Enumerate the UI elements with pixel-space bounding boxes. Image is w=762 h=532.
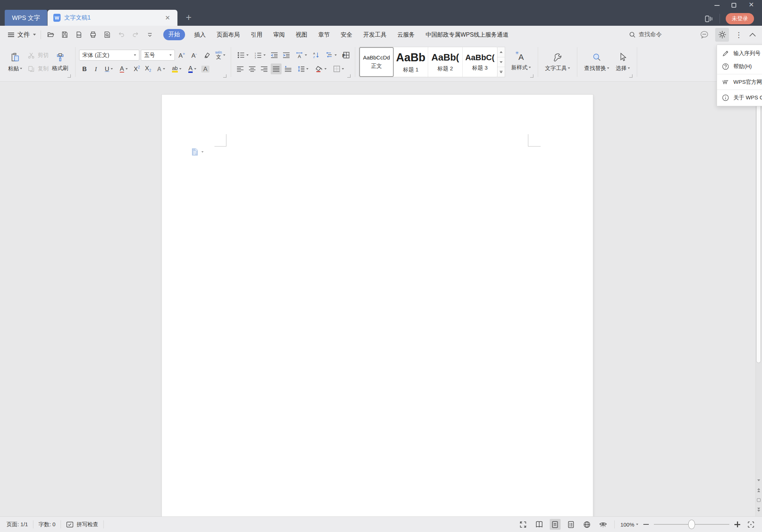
font-family-select[interactable]: 宋体 (正文) [79,50,139,61]
zoom-level-select[interactable]: 100% [620,521,638,528]
document-tab[interactable]: W 文字文稿1 ✕ [48,10,177,26]
customize-toolbar-button[interactable] [145,30,155,40]
underline-button[interactable]: U [102,63,116,74]
clear-format-button[interactable] [201,50,212,61]
sort-button[interactable]: A Z [311,50,321,61]
tab-home[interactable]: 开始 [163,29,185,40]
status-page-info[interactable]: 页面: 1/1 [7,521,28,528]
style-normal[interactable]: AaBbCcDd 正文 [359,47,394,77]
distribute-button[interactable] [283,63,294,74]
highlight-color-button[interactable]: ab [169,63,185,74]
style-heading1[interactable]: AaBb 标题 1 [394,47,428,77]
character-shading-button[interactable]: A [200,63,211,74]
shading-button[interactable] [312,63,329,74]
increase-indent-button[interactable] [281,50,292,61]
style-heading3[interactable]: AaBbC( 标题 3 [463,47,497,77]
zoom-slider-handle[interactable] [688,520,695,529]
web-view-button[interactable] [582,519,593,530]
align-center-button[interactable] [247,63,258,74]
tab-page-layout[interactable]: 页面布局 [211,29,245,40]
numbered-list-button[interactable]: 1 2 3 [252,50,268,61]
page[interactable] [162,95,593,516]
tab-developer[interactable]: 开发工具 [358,29,392,40]
tab-references[interactable]: 引用 [245,29,268,40]
decrease-indent-button[interactable] [269,50,280,61]
tab-view[interactable]: 视图 [290,29,313,40]
tab-security[interactable]: 安全 [335,29,358,40]
text-effects-button[interactable]: A [154,63,168,74]
new-tab-button[interactable]: + [186,12,192,23]
menu-item-help[interactable]: 帮助(H) [717,60,762,73]
find-replace-button[interactable]: 查找替换 [581,53,613,72]
undo-button[interactable] [116,30,126,40]
paste-options-button[interactable] [191,148,204,156]
superscript-button[interactable]: X2 [131,63,142,74]
align-right-button[interactable] [259,63,270,74]
login-button[interactable]: 未登录 [726,13,754,24]
italic-button[interactable]: I [90,63,101,74]
outline-view-button[interactable] [566,519,577,530]
text-tools-button[interactable]: 文字工具 [542,53,573,72]
paste-button[interactable]: 粘贴 [5,52,25,72]
print-preview-button[interactable] [102,30,112,40]
tab-insert[interactable]: 插入 [189,29,211,40]
scrollbar-thumb[interactable] [756,95,761,363]
fit-page-button[interactable] [745,519,756,530]
previous-page-button[interactable] [756,488,762,492]
cut-button[interactable]: 剪切 [28,49,49,62]
tab-cloud[interactable]: 云服务 [392,29,420,40]
style-gallery-more-button[interactable] [497,67,505,77]
justify-button[interactable] [271,63,282,74]
maximize-button[interactable] [732,3,736,8]
style-scroll-up-button[interactable] [497,47,505,57]
more-menu-button[interactable]: ⋮ [735,32,742,38]
file-menu[interactable]: 文件 [8,30,36,39]
settings-gear-button[interactable] [715,28,729,42]
paragraph-marks-button[interactable] [323,50,339,61]
minimize-button[interactable] [714,5,720,6]
increase-font-button[interactable]: A+ [176,50,187,61]
app-button[interactable]: WPS 文字 [5,10,47,26]
scroll-down-button[interactable] [756,479,762,481]
pinyin-guide-button[interactable]: wén文 [213,50,227,61]
new-style-button[interactable]: ✳ A 新样式 [508,53,534,71]
page-view-button[interactable] [550,519,561,530]
borders-button[interactable] [330,63,347,74]
paper-grid-button[interactable]: F [340,50,351,61]
zoom-slider[interactable] [654,524,729,525]
feedback-chat-icon[interactable] [700,30,709,39]
tab-china-post-service[interactable]: 中国邮政专属WPS线上服务通道 [420,29,514,40]
spellcheck-button[interactable]: 拼写检查 [66,521,98,528]
copy-button[interactable]: 复制 [28,62,49,75]
export-pdf-button[interactable]: PDF [74,30,84,40]
menu-item-about[interactable]: 关于 WPS Office [717,91,762,104]
collapse-ribbon-icon[interactable] [749,32,757,37]
close-window-button[interactable]: ✕ [749,1,754,9]
open-button[interactable] [46,30,56,40]
subscript-button[interactable]: X2 [143,63,153,74]
bullet-list-button[interactable] [235,50,251,61]
character-scale-button[interactable]: A [293,50,310,61]
tab-review[interactable]: 审阅 [268,29,290,40]
menu-item-official-site[interactable]: WPS官方网站 [717,75,762,88]
save-button[interactable] [60,30,70,40]
close-tab-icon[interactable]: ✕ [164,13,172,22]
strikethrough-button[interactable]: A [116,63,131,74]
menu-item-serial-number[interactable]: 输入序列号 [717,47,762,60]
fullscreen-button[interactable] [518,519,529,530]
font-size-select[interactable]: 五号 [141,50,175,61]
tab-section[interactable]: 章节 [313,29,335,40]
eye-protection-button[interactable] [598,519,609,530]
decrease-font-button[interactable]: A- [189,50,200,61]
search-command[interactable]: 查找命令 [629,31,662,38]
zoom-in-button[interactable] [734,521,740,527]
style-heading2[interactable]: AaBb( 标题 2 [428,47,463,77]
format-painter-button[interactable]: 格式刷 [49,53,71,72]
style-scroll-down-button[interactable] [497,57,505,67]
font-color-button[interactable]: A [185,63,200,74]
bold-button[interactable]: B [79,63,90,74]
next-page-button[interactable] [756,508,762,512]
align-left-button[interactable] [235,63,246,74]
select-button[interactable]: 选择 [613,53,633,72]
line-spacing-button[interactable] [295,63,311,74]
